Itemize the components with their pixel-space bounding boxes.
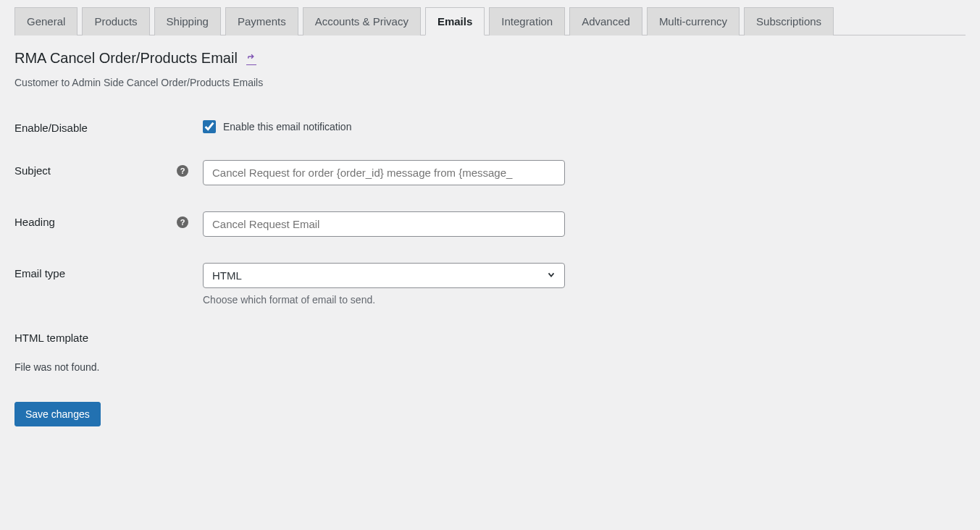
tab-emails[interactable]: Emails — [425, 7, 485, 35]
help-icon[interactable]: ? — [177, 165, 188, 177]
html-template-message: File was not found. — [14, 361, 966, 373]
tab-subscriptions[interactable]: Subscriptions — [744, 7, 834, 35]
save-changes-button[interactable]: Save changes — [14, 402, 101, 426]
tab-integration[interactable]: Integration — [489, 7, 565, 35]
page-description: Customer to Admin Side Cancel Order/Prod… — [14, 77, 966, 88]
return-arrow-icon — [246, 51, 256, 64]
enable-disable-label: Enable/Disable — [14, 122, 88, 134]
enable-checkbox-label: Enable this email notification — [223, 121, 351, 132]
settings-tabs: General Products Shipping Payments Accou… — [14, 7, 966, 35]
help-icon[interactable]: ? — [177, 216, 188, 228]
heading-label: Heading — [14, 216, 55, 228]
tab-products[interactable]: Products — [82, 7, 149, 35]
email-type-description: Choose which format of email to send. — [203, 294, 565, 306]
enable-checkbox-wrap[interactable]: Enable this email notification — [203, 117, 351, 133]
tab-payments[interactable]: Payments — [225, 7, 298, 35]
subject-label: Subject — [14, 164, 51, 177]
enable-checkbox[interactable] — [203, 120, 216, 133]
tab-shipping[interactable]: Shipping — [154, 7, 221, 35]
subject-input[interactable] — [203, 160, 565, 185]
tab-accounts-privacy[interactable]: Accounts & Privacy — [303, 7, 421, 35]
email-type-label: Email type — [14, 267, 65, 279]
page-title: RMA Cancel Order/Products Email — [14, 50, 238, 67]
back-link[interactable] — [246, 51, 256, 65]
email-type-select[interactable]: HTML — [203, 263, 565, 288]
tab-advanced[interactable]: Advanced — [569, 7, 642, 35]
html-template-label: HTML template — [14, 332, 966, 344]
tab-general[interactable]: General — [14, 7, 78, 35]
tab-multi-currency[interactable]: Multi-currency — [647, 7, 740, 35]
heading-input[interactable] — [203, 211, 565, 237]
